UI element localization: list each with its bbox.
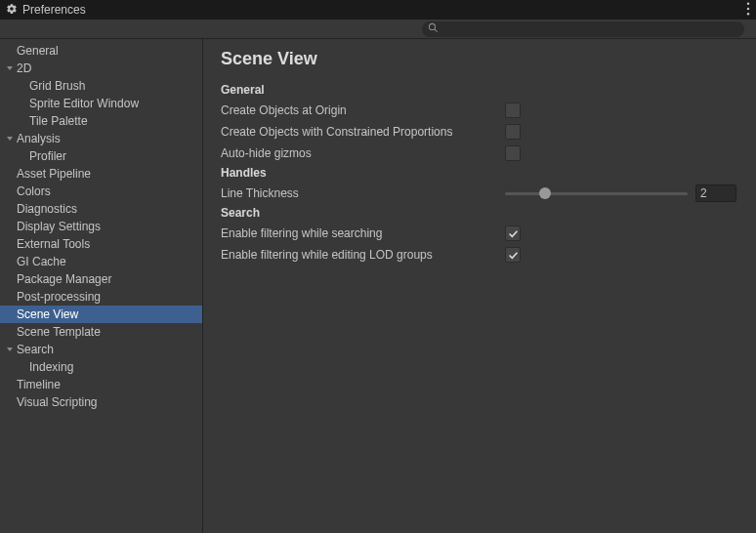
sidebar-item-diagnostics[interactable]: Diagnostics: [0, 200, 202, 218]
label-filter-lod: Enable filtering while editing LOD group…: [221, 248, 499, 262]
sidebar: General2DGrid BrushSprite Editor WindowT…: [0, 39, 203, 533]
input-line-thickness[interactable]: [695, 184, 736, 202]
sidebar-item-display-settings[interactable]: Display Settings: [0, 218, 202, 235]
sidebar-item-grid-brush[interactable]: Grid Brush: [0, 77, 202, 95]
checkbox-filter-searching[interactable]: [505, 226, 521, 241]
section-header-search: Search: [221, 206, 736, 220]
foldout-icon[interactable]: [4, 64, 16, 72]
sidebar-item-package-manager[interactable]: Package Manager: [0, 270, 202, 288]
sidebar-item-sprite-editor-window[interactable]: Sprite Editor Window: [0, 95, 202, 112]
checkbox-create-at-origin[interactable]: [505, 102, 521, 118]
slider-thumb[interactable]: [539, 187, 551, 199]
row-line-thickness: Line Thickness: [221, 183, 736, 204]
sidebar-item-label: Package Manager: [17, 272, 111, 286]
sidebar-item-label: Tile Palette: [29, 114, 88, 128]
sidebar-item-visual-scripting[interactable]: Visual Scripting: [0, 393, 202, 411]
sidebar-item-label: Visual Scripting: [17, 395, 98, 409]
sidebar-item-2d[interactable]: 2D: [0, 60, 202, 77]
label-create-at-origin: Create Objects at Origin: [221, 103, 499, 117]
sidebar-item-indexing[interactable]: Indexing: [0, 358, 202, 376]
page-title: Scene View: [221, 49, 736, 69]
sidebar-item-label: General: [17, 44, 59, 58]
sidebar-item-label: GI Cache: [17, 255, 66, 268]
svg-point-1: [747, 7, 749, 9]
sidebar-item-post-processing[interactable]: Post-processing: [0, 288, 202, 306]
search-icon: [428, 22, 439, 36]
content-pane: Scene View General Create Objects at Ori…: [203, 39, 756, 533]
sidebar-item-label: Grid Brush: [29, 79, 85, 93]
sidebar-item-external-tools[interactable]: External Tools: [0, 235, 202, 253]
main: General2DGrid BrushSprite Editor WindowT…: [0, 39, 756, 533]
toolbar: [0, 20, 756, 39]
sidebar-item-timeline[interactable]: Timeline: [0, 376, 202, 393]
sidebar-item-label: Post-processing: [17, 290, 101, 304]
svg-point-3: [429, 23, 435, 29]
search-field[interactable]: [422, 21, 744, 37]
checkbox-filter-lod[interactable]: [505, 247, 521, 263]
sidebar-item-label: External Tools: [17, 237, 90, 251]
sidebar-item-profiler[interactable]: Profiler: [0, 147, 202, 165]
gear-icon: [6, 3, 18, 18]
slider-track: [505, 192, 688, 195]
sidebar-item-label: Search: [17, 343, 54, 356]
foldout-icon[interactable]: [4, 135, 16, 143]
section-header-general: General: [221, 83, 736, 97]
search-input[interactable]: [442, 23, 738, 35]
window-title: Preferences: [22, 3, 86, 17]
sidebar-item-general[interactable]: General: [0, 42, 202, 60]
foldout-icon[interactable]: [4, 346, 16, 353]
titlebar: Preferences: [0, 0, 756, 20]
sidebar-item-colors[interactable]: Colors: [0, 183, 202, 200]
sidebar-item-label: Colors: [17, 184, 51, 198]
row-filter-searching: Enable filtering while searching: [221, 223, 736, 244]
sidebar-item-label: Display Settings: [17, 220, 101, 233]
row-create-at-origin: Create Objects at Origin: [221, 100, 736, 121]
sidebar-item-label: Scene Template: [17, 325, 101, 339]
sidebar-item-label: Indexing: [29, 360, 73, 374]
row-auto-hide-gizmos: Auto-hide gizmos: [221, 143, 736, 164]
slider-line-thickness[interactable]: [505, 186, 688, 200]
slider-line-thickness-wrap: [505, 184, 736, 202]
sidebar-item-label: Scene View: [17, 308, 78, 321]
sidebar-item-gi-cache[interactable]: GI Cache: [0, 253, 202, 270]
sidebar-item-asset-pipeline[interactable]: Asset Pipeline: [0, 165, 202, 183]
sidebar-item-search[interactable]: Search: [0, 341, 202, 358]
sidebar-item-scene-template[interactable]: Scene Template: [0, 323, 202, 341]
section-header-handles: Handles: [221, 166, 736, 180]
sidebar-item-analysis[interactable]: Analysis: [0, 130, 202, 147]
sidebar-item-label: Sprite Editor Window: [29, 97, 139, 110]
sidebar-item-scene-view[interactable]: Scene View: [0, 306, 202, 323]
label-line-thickness: Line Thickness: [221, 186, 499, 200]
svg-point-2: [747, 13, 749, 15]
sidebar-item-label: Asset Pipeline: [17, 167, 91, 181]
label-constrained-proportions: Create Objects with Constrained Proporti…: [221, 125, 499, 139]
sidebar-item-label: 2D: [17, 62, 31, 75]
svg-point-0: [747, 2, 749, 4]
sidebar-item-tile-palette[interactable]: Tile Palette: [0, 112, 202, 130]
label-auto-hide-gizmos: Auto-hide gizmos: [221, 146, 499, 160]
titlebar-left: Preferences: [6, 3, 86, 18]
checkbox-constrained-proportions[interactable]: [505, 124, 521, 140]
sidebar-item-label: Profiler: [29, 149, 66, 163]
label-filter-searching: Enable filtering while searching: [221, 226, 499, 240]
svg-line-4: [435, 28, 438, 31]
sidebar-item-label: Diagnostics: [17, 202, 77, 216]
sidebar-item-label: Timeline: [17, 378, 61, 391]
row-constrained-proportions: Create Objects with Constrained Proporti…: [221, 121, 736, 143]
sidebar-item-label: Analysis: [17, 132, 61, 145]
more-icon[interactable]: [746, 2, 750, 19]
row-filter-lod: Enable filtering while editing LOD group…: [221, 244, 736, 266]
checkbox-auto-hide-gizmos[interactable]: [505, 145, 521, 161]
